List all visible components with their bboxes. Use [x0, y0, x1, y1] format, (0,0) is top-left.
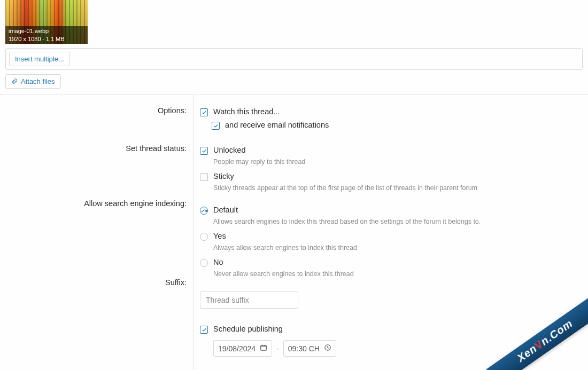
checkbox-icon	[200, 173, 208, 181]
checkbox-email-notifications[interactable]: and receive email notifications	[212, 119, 583, 132]
status-group: Unlocked People may reply to this thread…	[200, 144, 583, 192]
indexing-default-hint: Allows search engines to index this thre…	[213, 218, 583, 225]
attach-files-label: Attach files	[21, 77, 55, 85]
schedule-group: Schedule publishing 19/08/2024 - 09:30 C…	[200, 322, 583, 357]
checkbox-icon	[200, 147, 208, 155]
attach-files-button[interactable]: Attach files	[5, 74, 61, 89]
checkbox-sticky[interactable]: Sticky	[200, 170, 583, 183]
calendar-icon	[260, 344, 267, 353]
indexing-yes-hint: Always allow search engines to index thi…	[213, 244, 583, 251]
checkbox-schedule[interactable]: Schedule publishing	[200, 322, 583, 336]
label-options: Options:	[0, 106, 193, 115]
insert-panel: Insert multiple...	[5, 48, 583, 70]
schedule-label: Schedule publishing	[213, 325, 283, 333]
indexing-no-title: No	[213, 258, 223, 266]
schedule-time-value: 09:30 CH	[288, 344, 320, 353]
schedule-separator: -	[276, 344, 279, 353]
insert-multiple-button[interactable]: Insert multiple...	[9, 52, 70, 66]
options-group: Watch this thread... and receive email n…	[200, 105, 583, 132]
radio-icon	[200, 207, 208, 215]
unlocked-title: Unlocked	[213, 146, 245, 154]
attachment-filename: image-01.webp	[9, 27, 84, 35]
svg-rect-0	[261, 345, 267, 350]
attachment-meta: image-01.webp 1920 x 1080 · 1.1 MB	[5, 26, 88, 44]
checkbox-icon	[200, 108, 208, 116]
checkbox-icon	[200, 326, 208, 334]
radio-indexing-yes[interactable]: Yes	[200, 230, 583, 243]
attachment-size: 1920 x 1080 · 1.1 MB	[9, 35, 84, 43]
schedule-time-input[interactable]: 09:30 CH	[283, 340, 336, 357]
insert-multiple-label: Insert multiple...	[15, 55, 64, 63]
sticky-title: Sticky	[213, 172, 234, 180]
schedule-fields: 19/08/2024 - 09:30 CH	[213, 340, 583, 357]
attachment-thumbnail[interactable]: image-01.webp 1920 x 1080 · 1.1 MB	[5, 0, 88, 44]
radio-indexing-default[interactable]: Default	[200, 203, 583, 217]
indexing-no-hint: Never allow search engines to index this…	[213, 270, 583, 278]
radio-icon	[200, 233, 208, 241]
clock-icon	[324, 344, 331, 353]
radio-icon	[200, 259, 208, 267]
unlocked-hint: People may reply to this thread	[213, 158, 583, 166]
checkbox-email-label: and receive email notifications	[225, 121, 329, 129]
schedule-date-input[interactable]: 19/08/2024	[213, 340, 272, 357]
indexing-default-title: Default	[213, 206, 238, 214]
suffix-input[interactable]	[200, 292, 298, 309]
schedule-date-value: 19/08/2024	[218, 344, 256, 353]
sticky-hint: Sticky threads appear at the top of the …	[213, 184, 583, 192]
label-thread-status: Set thread status:	[0, 144, 193, 153]
fields-column: Watch this thread... and receive email n…	[194, 95, 588, 370]
form-area: Options: Set thread status: Allow search…	[0, 94, 588, 370]
suffix-group	[200, 292, 583, 309]
radio-indexing-no[interactable]: No	[200, 256, 583, 269]
indexing-group: Default Allows search engines to index t…	[200, 203, 583, 278]
indexing-yes-title: Yes	[213, 232, 226, 240]
labels-column: Options: Set thread status: Allow search…	[0, 95, 194, 370]
checkbox-watch-label: Watch this thread...	[213, 107, 280, 116]
checkbox-icon	[212, 122, 220, 130]
label-suffix: Suffix:	[0, 278, 193, 287]
checkbox-watch-thread[interactable]: Watch this thread...	[200, 105, 583, 119]
checkbox-unlocked[interactable]: Unlocked	[200, 144, 583, 157]
label-indexing: Allow search engine indexing:	[0, 199, 193, 208]
paperclip-icon	[11, 78, 18, 85]
